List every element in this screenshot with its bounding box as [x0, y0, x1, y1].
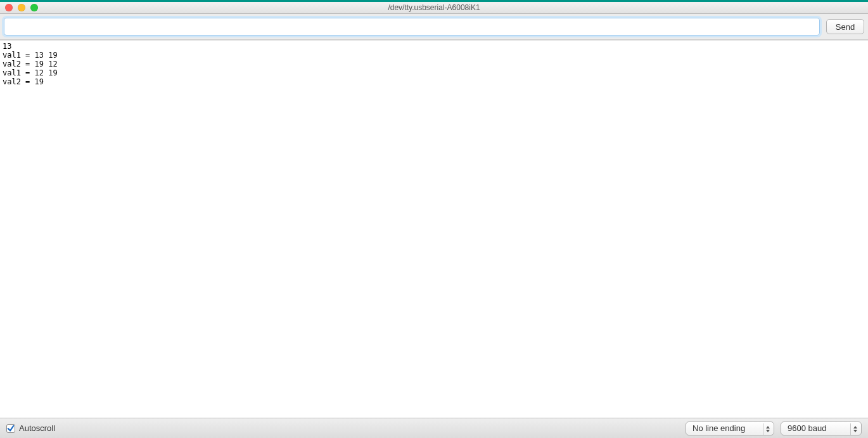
- stepper-icon: [850, 423, 860, 435]
- baud-selected: 9600 baud: [788, 423, 826, 433]
- serial-output-text: 13 val1 = 13 19 val2 = 19 12 val1 = 12 1…: [0, 41, 868, 87]
- autoscroll-control[interactable]: Autoscroll: [6, 423, 55, 433]
- serial-input[interactable]: [4, 18, 820, 35]
- window-minimize-icon[interactable]: [18, 4, 25, 11]
- serial-output-panel[interactable]: 13 val1 = 13 19 val2 = 19 12 val1 = 12 1…: [0, 40, 868, 418]
- check-icon: [7, 425, 15, 432]
- window-title: /dev/tty.usbserial-A6008iK1: [388, 3, 480, 12]
- baud-select[interactable]: 9600 baud: [781, 422, 862, 435]
- window-close-icon[interactable]: [5, 4, 13, 11]
- bottom-toolbar: Autoscroll No line ending 9600 baud: [0, 418, 868, 438]
- autoscroll-checkbox[interactable]: [6, 424, 15, 433]
- serial-input-row: Send: [0, 14, 868, 40]
- stepper-icon: [763, 423, 772, 435]
- send-button[interactable]: Send: [826, 19, 864, 34]
- line-ending-select[interactable]: No line ending: [686, 422, 774, 435]
- window-zoom-icon[interactable]: [30, 4, 38, 11]
- line-ending-selected: No line ending: [692, 423, 745, 433]
- window-titlebar: /dev/tty.usbserial-A6008iK1: [0, 0, 868, 14]
- autoscroll-label: Autoscroll: [19, 423, 55, 433]
